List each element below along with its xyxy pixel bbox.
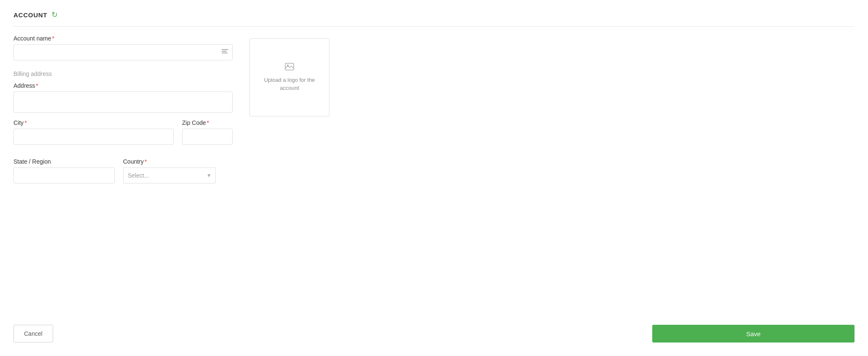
account-name-icon (222, 49, 228, 56)
save-button[interactable]: Save (652, 325, 855, 343)
city-label: City* (13, 119, 174, 126)
form-body: Account name* Billing address (13, 35, 855, 200)
account-name-group: Account name* (13, 35, 233, 60)
upload-logo-text: Upload a logo for the account (257, 76, 322, 92)
refresh-icon[interactable]: ↻ (51, 10, 58, 19)
billing-address-section-label: Billing address (13, 70, 233, 77)
zip-group: Zip Code* (182, 119, 233, 145)
country-select[interactable]: Select... (123, 167, 216, 183)
address-group: Address* (13, 82, 233, 113)
footer-buttons: Cancel Save (13, 325, 855, 343)
address-input[interactable] (13, 92, 233, 113)
account-name-label: Account name* (13, 35, 233, 42)
upload-image-icon (285, 63, 294, 73)
logo-upload-area[interactable]: Upload a logo for the account (249, 38, 330, 116)
city-input[interactable] (13, 129, 174, 145)
address-label: Address* (13, 82, 233, 89)
city-group: City* (13, 119, 174, 145)
state-input[interactable] (13, 167, 115, 183)
country-label: Country* (123, 158, 216, 165)
page-container: ACCOUNT ↻ Account name* (0, 0, 868, 356)
page-header: ACCOUNT ↻ (13, 10, 855, 27)
zip-label: Zip Code* (182, 119, 233, 126)
state-group: State / Region (13, 158, 115, 183)
state-country-row: State / Region Country* Select... ▼ (13, 158, 233, 190)
account-name-input[interactable] (13, 44, 233, 60)
state-label: State / Region (13, 158, 115, 165)
account-name-input-wrapper (13, 44, 233, 60)
svg-rect-2 (222, 53, 228, 54)
page-title: ACCOUNT (13, 11, 47, 19)
svg-rect-1 (222, 51, 227, 52)
zip-input[interactable] (182, 129, 233, 145)
svg-rect-0 (222, 49, 228, 50)
form-left: Account name* Billing address (13, 35, 233, 200)
city-zip-row: City* Zip Code* (13, 119, 233, 151)
cancel-button[interactable]: Cancel (13, 325, 53, 343)
country-select-wrapper: Select... ▼ (123, 167, 216, 183)
country-group: Country* Select... ▼ (123, 158, 216, 183)
